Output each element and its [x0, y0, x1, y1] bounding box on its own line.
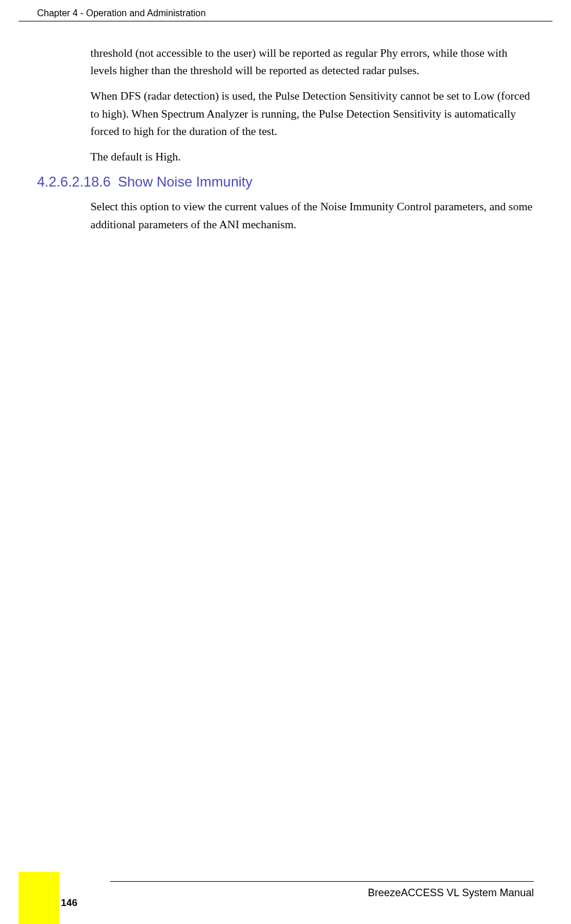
paragraph-4: Select this option to view the current v… [90, 198, 534, 233]
section-number: 4.2.6.2.18.6 [37, 174, 111, 189]
page-header: Chapter 4 - Operation and Administration [19, 0, 552, 21]
section-title: Show Noise Immunity [118, 174, 252, 189]
paragraph-2: When DFS (radar detection) is used, the … [90, 87, 534, 140]
yellow-marker [19, 872, 59, 924]
page-content: threshold (not accessible to the user) w… [0, 21, 571, 233]
chapter-title: Chapter 4 - Operation and Administration [37, 8, 206, 18]
footer-divider [110, 881, 534, 882]
section-heading: 4.2.6.2.18.6 Show Noise Immunity [37, 174, 534, 190]
paragraph-3: The default is High. [90, 148, 534, 166]
paragraph-1: threshold (not accessible to the user) w… [90, 45, 534, 79]
page-footer: BreezeACCESS VL System Manual 146 [0, 872, 571, 924]
manual-name: BreezeACCESS VL System Manual [368, 887, 534, 899]
page-number: 146 [61, 897, 77, 909]
